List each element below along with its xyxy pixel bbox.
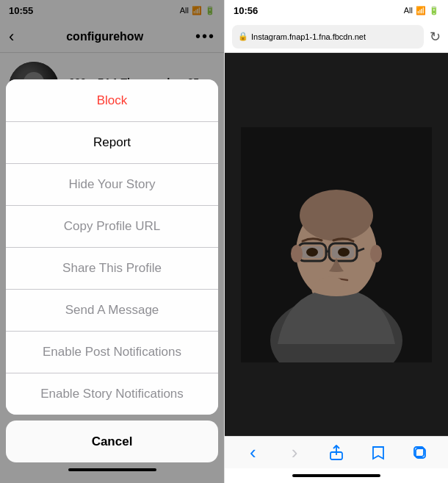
svg-point-12 [306, 248, 318, 257]
url-bar[interactable]: 🔒 Instagram.fnap1-1.fna.fbcdn.net [232, 25, 424, 49]
right-panel: 10:56 All 📶 🔋 🔒 Instagram.fnap1-1.fna.fb… [224, 0, 448, 483]
copy-url-action[interactable]: Copy Profile URL [6, 205, 218, 247]
lock-icon: 🔒 [238, 32, 248, 41]
left-panel: 10:55 All 📶 🔋 ‹ configurehow ••• 999 Pos… [0, 0, 224, 483]
signal-right: All [404, 6, 413, 15]
action-sheet-main: Block Report Hide Your Story Copy Profil… [6, 79, 218, 415]
status-icons-right: All 📶 🔋 [404, 6, 439, 15]
svg-point-13 [338, 248, 350, 257]
post-notifications-action[interactable]: Enable Post Notifications [6, 331, 218, 373]
bookmarks-icon [370, 445, 386, 461]
status-bar-right: 10:56 All 📶 🔋 [225, 0, 448, 21]
browser-back-button[interactable]: ‹ [240, 440, 265, 465]
action-sheet: Block Report Hide Your Story Copy Profil… [0, 74, 224, 483]
safari-toolbar: ‹ › [225, 436, 448, 468]
svg-point-15 [291, 245, 303, 262]
report-action[interactable]: Report [6, 121, 218, 163]
browser-forward-button[interactable]: › [282, 440, 307, 465]
portrait-svg [241, 127, 432, 362]
home-indicator-bar-left [68, 468, 156, 471]
share-button[interactable] [324, 440, 349, 465]
time-right: 10:56 [234, 5, 258, 16]
portrait-background [225, 53, 448, 436]
share-icon [328, 445, 344, 461]
cancel-button[interactable]: Cancel [6, 421, 218, 462]
send-message-action[interactable]: Send A Message [6, 289, 218, 331]
home-indicator-bar-right [292, 474, 380, 477]
url-text: Instagram.fnap1-1.fna.fbcdn.net [251, 32, 366, 41]
battery-right: 🔋 [429, 6, 439, 15]
bookmarks-button[interactable] [366, 440, 391, 465]
svg-point-16 [370, 245, 382, 262]
tabs-icon [412, 445, 428, 461]
hide-story-action[interactable]: Hide Your Story [6, 163, 218, 205]
tabs-button[interactable] [408, 440, 433, 465]
profile-photo-area [225, 53, 448, 436]
home-indicator-left [6, 462, 218, 477]
refresh-button[interactable]: ↻ [430, 29, 441, 45]
wifi-right: 📶 [416, 6, 426, 15]
story-notifications-action[interactable]: Enable Story Notifications [6, 373, 218, 415]
share-profile-action[interactable]: Share This Profile [6, 247, 218, 289]
home-indicator-right [225, 468, 448, 483]
block-action[interactable]: Block [6, 79, 218, 121]
browser-bar: 🔒 Instagram.fnap1-1.fna.fbcdn.net ↻ [225, 21, 448, 53]
svg-point-4 [300, 190, 373, 241]
